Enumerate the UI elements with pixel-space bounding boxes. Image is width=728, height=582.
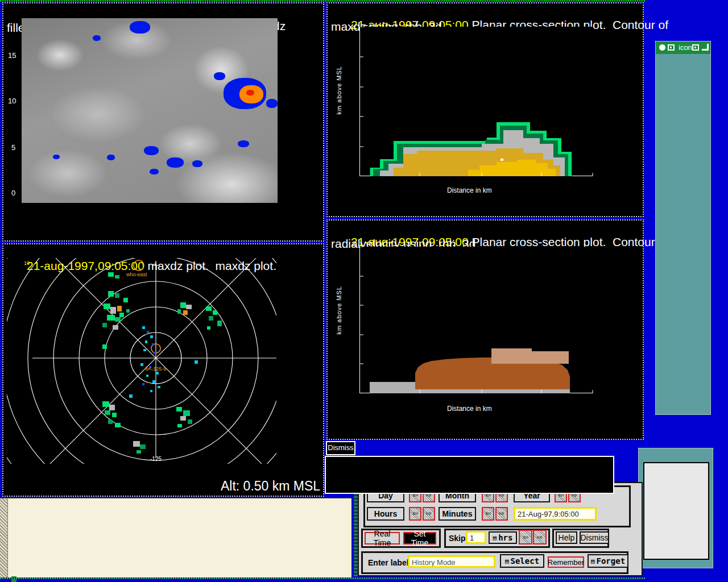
cloud-blob bbox=[266, 99, 278, 108]
icon-strip-titlebar: icon bbox=[656, 41, 710, 54]
skip-label: Skip bbox=[449, 534, 466, 543]
cross-section-maxdz-window: 21-aug-1997,09:05:00 Planar cross-sectio… bbox=[326, 2, 644, 217]
cross-section-velocity-window: 21-aug-1997,09:05:00 Planar cross-sectio… bbox=[326, 219, 644, 440]
label-input[interactable]: History Mode bbox=[408, 555, 495, 568]
ppi-altitude-label: Alt: 0.50 km MSL bbox=[221, 479, 320, 494]
cloud-blob bbox=[53, 155, 60, 159]
xs-vel-plot[interactable] bbox=[359, 247, 593, 393]
enter-label-label: Enter label: bbox=[368, 558, 411, 567]
set-time-button[interactable]: Set Time bbox=[403, 532, 436, 544]
hours-button[interactable]: Hours bbox=[367, 507, 404, 521]
resize-corner-icon[interactable] bbox=[702, 44, 709, 51]
ppi-echoes bbox=[102, 272, 222, 454]
terminal-scrollbar[interactable] bbox=[0, 498, 8, 577]
forget-label: Forget bbox=[597, 556, 626, 566]
desktop-bottom-edge bbox=[0, 577, 645, 579]
xs-maxdz-contours bbox=[360, 27, 593, 176]
desktop-top-edge bbox=[0, 0, 645, 2]
xs-maxdz-plot[interactable] bbox=[359, 27, 593, 176]
forget-button[interactable]: ▤Forget bbox=[588, 554, 628, 568]
ir-plot-window: 21-aug-1997,09:05:00 ir plot. Rhb_lowprf… bbox=[2, 2, 324, 242]
cloud-blob bbox=[93, 35, 101, 41]
minutes-button[interactable]: Minutes bbox=[439, 507, 476, 521]
skip-units-label: hrs bbox=[498, 533, 512, 542]
xs-maxdz-ylabel: km above MSL bbox=[336, 66, 342, 114]
ppi-radar-display[interactable] bbox=[7, 258, 276, 464]
cloud-blob bbox=[238, 140, 249, 147]
table-dismiss-button[interactable]: Dismiss bbox=[326, 441, 355, 455]
minutes-back-button[interactable]: ⇦ bbox=[482, 507, 494, 521]
select-label: Select bbox=[511, 556, 540, 566]
hours-forward-button[interactable]: ⇨ bbox=[423, 507, 435, 521]
iconify-icon[interactable] bbox=[668, 44, 675, 51]
cloud-blob bbox=[214, 72, 225, 80]
menu-glyph-icon: ▤ bbox=[493, 534, 497, 542]
ppi-center-marker-label: b<-125-9 bbox=[146, 366, 166, 372]
cloud-blob bbox=[167, 157, 184, 168]
ir-y-tick: 0 bbox=[11, 189, 15, 197]
dialog-dismiss-button[interactable]: Dismiss bbox=[580, 531, 609, 544]
real-time-button[interactable]: Real Time bbox=[365, 532, 400, 544]
ir-y-tick: 10 bbox=[8, 97, 16, 105]
satellite-image[interactable] bbox=[22, 18, 278, 203]
menu-glyph-icon: ▤ bbox=[505, 558, 509, 565]
cloud-blob bbox=[107, 155, 115, 160]
ir-y-tick: 5 bbox=[11, 143, 15, 152]
xs-maxdz-xlabel: Distance in km bbox=[447, 186, 492, 194]
cloud-blob bbox=[144, 146, 159, 155]
icon-strip-window: icon bbox=[655, 41, 711, 415]
select-button[interactable]: ▤Select bbox=[500, 554, 544, 568]
xs-vel-ylabel: km above MSL bbox=[336, 286, 342, 334]
mini-window bbox=[638, 448, 713, 568]
cloud-blob bbox=[192, 160, 202, 167]
hours-back-button[interactable]: ⇦ bbox=[409, 507, 421, 521]
menu-glyph-icon: ▤ bbox=[591, 558, 595, 565]
mini-window-content[interactable] bbox=[643, 462, 709, 560]
window-menu-icon[interactable] bbox=[659, 44, 665, 51]
skip-units-button[interactable]: ▤hrs bbox=[489, 531, 517, 544]
skip-back-button[interactable]: ⇦ bbox=[519, 530, 532, 544]
desktop: 21-aug-1997,09:05:00 ir plot. Rhb_lowprf… bbox=[0, 0, 728, 582]
ppi-top-marker-label: who-east bbox=[126, 272, 147, 277]
ir-y-tick: 15 bbox=[8, 51, 16, 60]
xs-vel-contours bbox=[360, 247, 593, 393]
skip-forward-button[interactable]: ⇨ bbox=[533, 530, 547, 544]
time-control-dialog: Day ⇦ ⇨ Month ⇦ ⇨ Year ⇦ ⇨ Hours ⇦ ⇨ Min… bbox=[358, 482, 643, 576]
skip-input[interactable]: 1 bbox=[466, 531, 486, 544]
icon-strip-title: icon bbox=[679, 43, 692, 52]
maximize-icon[interactable] bbox=[692, 44, 699, 51]
ppi-bottom-tick: -125 bbox=[150, 456, 162, 462]
cloud-blob bbox=[246, 90, 254, 95]
terminal-window[interactable] bbox=[0, 498, 351, 577]
platform-field-table bbox=[325, 456, 614, 494]
help-button[interactable]: Help bbox=[556, 531, 577, 544]
xs-vel-xlabel: Distance in km bbox=[447, 405, 492, 413]
cloud-blob bbox=[130, 21, 150, 34]
time-input[interactable]: 21-Aug-97,9:05:00 bbox=[514, 507, 597, 521]
remember-button[interactable]: Remember bbox=[548, 556, 584, 568]
ppi-corner-tick: 10 bbox=[24, 260, 30, 266]
minutes-forward-button[interactable]: ⇨ bbox=[495, 507, 508, 521]
cloud-blob bbox=[150, 169, 159, 174]
ppi-plot-window: 21-aug-1997,09:05:00 maxdz plot. maxdz p… bbox=[2, 243, 324, 497]
dialog-window-edge bbox=[354, 482, 358, 576]
